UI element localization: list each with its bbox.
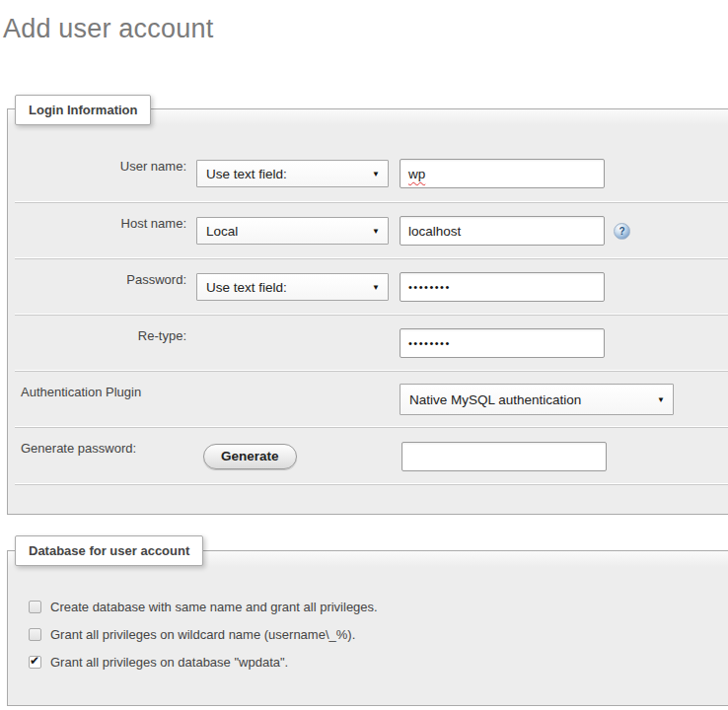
- username-input[interactable]: wp: [400, 159, 605, 188]
- hostname-type-select[interactable]: Local ▼: [196, 217, 389, 245]
- help-icon[interactable]: ?: [614, 223, 630, 240]
- retype-input-value: ••••••••: [408, 337, 451, 349]
- form-row-generate-password: Generate password: Generate: [15, 428, 728, 485]
- create-database-checkbox-label[interactable]: Create database with same name and grant…: [50, 600, 378, 614]
- database-for-user-account-legend: Database for user account: [15, 535, 203, 566]
- checkbox-row-grant-wildcard: ✔ Grant all privileges on wildcard name …: [15, 620, 728, 648]
- username-type-select[interactable]: Use text field: ▼: [196, 160, 389, 187]
- auth-plugin-select[interactable]: Native MySQL authentication ▼: [400, 384, 674, 415]
- password-label: Password:: [15, 272, 196, 287]
- login-information-fieldset: User name: Use text field: ▼ wp Host nam…: [7, 108, 728, 515]
- password-type-select-value: Use text field:: [206, 280, 287, 295]
- form-row-password: Password: Use text field: ▼ ••••••••: [15, 259, 728, 316]
- login-information-legend: Login Information: [15, 95, 151, 125]
- password-type-select[interactable]: Use text field: ▼: [196, 273, 389, 301]
- grant-wildcard-checkbox-label[interactable]: Grant all privileges on wildcard name (u…: [50, 627, 355, 642]
- password-input-value: ••••••••: [408, 281, 451, 293]
- password-input[interactable]: ••••••••: [400, 272, 605, 302]
- grant-database-checkbox[interactable]: ✔: [29, 656, 41, 669]
- username-input-value: wp: [408, 167, 425, 181]
- checkbox-row-grant-database: ✔ Grant all privileges on database "wpda…: [15, 648, 728, 675]
- add-user-page: Add user account Login Information User …: [0, 0, 728, 710]
- hostname-type-select-value: Local: [206, 224, 238, 239]
- auth-plugin-select-value: Native MySQL authentication: [409, 392, 581, 407]
- hostname-input[interactable]: localhost: [400, 216, 605, 246]
- grant-database-checkbox-label[interactable]: Grant all privileges on database "wpdata…: [50, 655, 288, 670]
- username-label: User name:: [15, 159, 196, 174]
- grant-wildcard-checkbox[interactable]: ✔: [29, 628, 41, 641]
- generate-password-label: Generate password:: [15, 441, 196, 456]
- generated-password-input[interactable]: [401, 442, 607, 471]
- page-title: Add user account: [3, 14, 213, 44]
- chevron-down-icon: ▼: [372, 283, 380, 292]
- hostname-label: Host name:: [15, 216, 196, 231]
- database-for-user-account-fieldset: ✔ Create database with same name and gra…: [7, 550, 728, 706]
- checkmark-icon: ✔: [30, 654, 39, 668]
- chevron-down-icon: ▼: [372, 170, 380, 178]
- form-row-retype: Re-type: ••••••••: [15, 316, 728, 372]
- chevron-down-icon: ▼: [372, 227, 380, 236]
- hostname-input-value: localhost: [408, 224, 461, 239]
- retype-password-input[interactable]: ••••••••: [400, 328, 605, 358]
- auth-plugin-label: Authentication Plugin: [15, 385, 196, 399]
- form-row-hostname: Host name: Local ▼ localhost ?: [15, 203, 728, 259]
- form-row-auth-plugin: Authentication Plugin Native MySQL authe…: [15, 372, 728, 428]
- generate-button[interactable]: Generate: [203, 444, 297, 469]
- chevron-down-icon: ▼: [657, 395, 665, 404]
- username-type-select-value: Use text field:: [206, 167, 287, 181]
- create-database-checkbox[interactable]: ✔: [29, 601, 41, 613]
- checkbox-row-create-database: ✔ Create database with same name and gra…: [15, 593, 728, 620]
- retype-label: Re-type:: [15, 328, 196, 343]
